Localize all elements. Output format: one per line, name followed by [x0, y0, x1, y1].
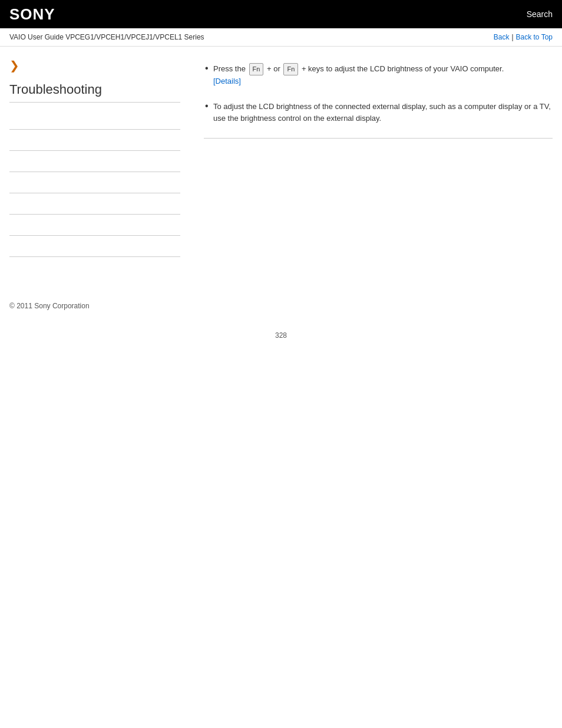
bullet1-suffix: keys to adjust the LCD brightness of you… — [308, 64, 504, 73]
list-item[interactable] — [9, 172, 180, 193]
bullet1-middle: or — [273, 64, 280, 73]
chevron-icon: ❯ — [9, 58, 180, 73]
list-item[interactable] — [9, 108, 180, 130]
content-divider — [204, 138, 553, 139]
nav-separator: | — [511, 33, 513, 41]
content-item-text-2: To adjust the LCD brightness of the conn… — [213, 102, 551, 123]
back-to-top-link[interactable]: Back to Top — [516, 33, 553, 41]
breadcrumb-bar: VAIO User Guide VPCEG1/VPCEH1/VPCEJ1/VPC… — [0, 28, 562, 47]
copyright-text: © 2011 Sony Corporation — [9, 302, 90, 310]
content-item-external-display: To adjust the LCD brightness of the conn… — [204, 96, 553, 129]
content-list: Press the Fn + or Fn + keys to adjust th… — [204, 58, 553, 129]
sidebar-title: Troubleshooting — [9, 82, 180, 103]
list-item[interactable] — [9, 236, 180, 257]
content-item-brightness-keys: Press the Fn + or Fn + keys to adjust th… — [204, 58, 553, 91]
list-item[interactable] — [9, 215, 180, 236]
content-area: Press the Fn + or Fn + keys to adjust th… — [192, 58, 553, 257]
key-fn2: Fn — [283, 63, 298, 75]
search-button[interactable]: Search — [527, 9, 553, 19]
footer: © 2011 Sony Corporation — [0, 292, 562, 319]
main-content: ❯ Troubleshooting Press the Fn + or Fn + — [0, 47, 562, 269]
breadcrumb-text: VAIO User Guide VPCEG1/VPCEH1/VPCEJ1/VPC… — [9, 33, 204, 41]
page-number: 328 — [0, 319, 562, 351]
list-item[interactable] — [9, 193, 180, 215]
sidebar: ❯ Troubleshooting — [9, 58, 180, 257]
site-header: SONY Search — [0, 0, 562, 28]
nav-links: Back | Back to Top — [494, 33, 553, 41]
sony-logo: SONY — [9, 5, 55, 24]
content-item-text: Press the Fn + or Fn + keys to adjust th… — [213, 64, 504, 85]
key-fn: Fn — [249, 63, 264, 75]
sidebar-items — [9, 108, 180, 257]
page-number-value: 328 — [275, 331, 287, 340]
details-link[interactable]: [Details] — [213, 77, 241, 85]
back-link[interactable]: Back — [494, 33, 510, 41]
bullet1-prefix: Press the — [213, 64, 246, 73]
list-item[interactable] — [9, 151, 180, 172]
list-item[interactable] — [9, 130, 180, 151]
bullet1-key2: + — [302, 64, 306, 73]
bullet1-key1: + — [267, 64, 272, 73]
